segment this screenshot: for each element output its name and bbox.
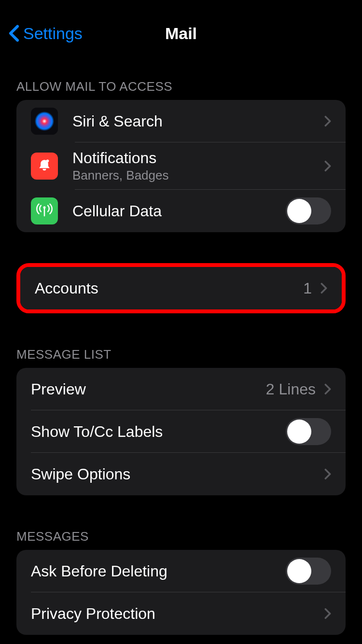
ask-delete-label: Ask Before Deleting xyxy=(31,562,286,580)
chevron-right-icon xyxy=(324,608,331,619)
page-title: Mail xyxy=(165,24,197,43)
row-swipe-options[interactable]: Swipe Options xyxy=(16,453,346,495)
chevron-right-icon xyxy=(320,282,327,294)
group-messages: Ask Before Deleting Privacy Protection xyxy=(16,550,346,635)
row-ask-before-deleting: Ask Before Deleting xyxy=(16,550,346,592)
svg-point-3 xyxy=(43,206,46,209)
notifications-sublabel: Banners, Badges xyxy=(72,168,324,183)
row-notifications[interactable]: Notifications Banners, Badges xyxy=(16,142,346,190)
preview-value: 2 Lines xyxy=(266,380,316,398)
section-header-access: ALLOW MAIL TO ACCESS xyxy=(0,79,362,100)
row-show-tocc: Show To/Cc Labels xyxy=(16,410,346,453)
svg-point-2 xyxy=(46,159,49,162)
row-siri-search[interactable]: Siri & Search xyxy=(16,100,346,142)
nav-bar: Settings Mail xyxy=(0,0,362,42)
chevron-left-icon xyxy=(9,25,19,42)
privacy-label: Privacy Protection xyxy=(31,605,324,623)
group-message-list: Preview 2 Lines Show To/Cc Labels Swipe … xyxy=(16,368,346,495)
svg-point-1 xyxy=(35,112,54,131)
swipe-label: Swipe Options xyxy=(31,465,324,483)
accounts-highlight: Accounts 1 xyxy=(16,263,346,313)
accounts-label: Accounts xyxy=(35,280,303,297)
row-privacy-protection[interactable]: Privacy Protection xyxy=(16,592,346,635)
accounts-value: 1 xyxy=(303,280,312,297)
siri-label: Siri & Search xyxy=(72,112,324,130)
chevron-right-icon xyxy=(324,468,331,480)
group-accounts: Accounts 1 xyxy=(20,267,342,309)
show-tocc-label: Show To/Cc Labels xyxy=(31,423,286,441)
chevron-right-icon xyxy=(324,383,331,395)
back-button[interactable]: Settings xyxy=(9,24,83,43)
chevron-right-icon xyxy=(324,115,331,127)
group-access: Siri & Search Notifications Banners, Bad… xyxy=(16,100,346,232)
antenna-icon xyxy=(31,197,58,224)
back-label: Settings xyxy=(23,24,83,43)
notifications-label: Notifications xyxy=(72,149,324,167)
row-cellular-data: Cellular Data xyxy=(16,190,346,232)
siri-icon xyxy=(31,108,58,135)
cellular-label: Cellular Data xyxy=(72,202,286,220)
chevron-right-icon xyxy=(324,160,331,172)
section-header-message-list: MESSAGE LIST xyxy=(0,347,362,368)
section-header-messages: MESSAGES xyxy=(0,529,362,550)
ask-delete-toggle[interactable] xyxy=(286,558,331,585)
row-preview[interactable]: Preview 2 Lines xyxy=(16,368,346,410)
row-accounts[interactable]: Accounts 1 xyxy=(20,267,342,309)
show-tocc-toggle[interactable] xyxy=(286,418,331,445)
bell-icon xyxy=(31,153,58,180)
cellular-toggle[interactable] xyxy=(286,197,331,224)
preview-label: Preview xyxy=(31,380,266,398)
